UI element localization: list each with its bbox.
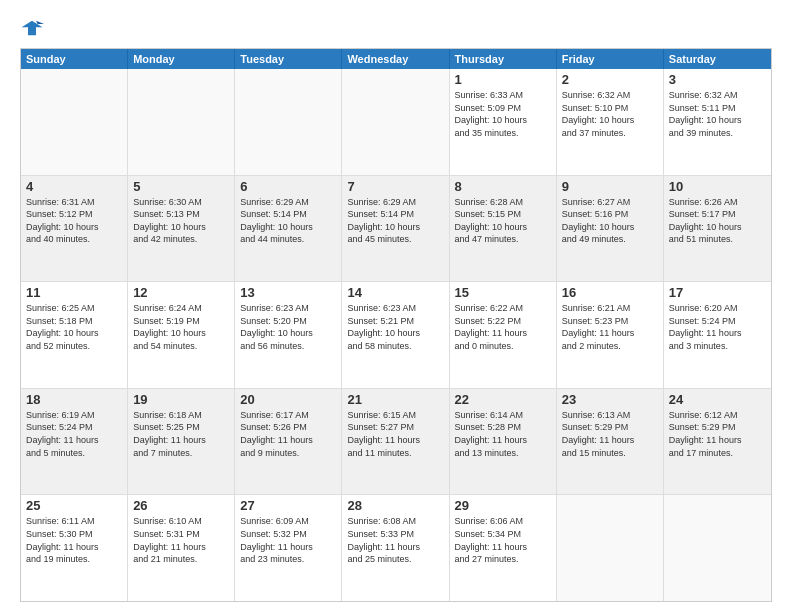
calendar-cell bbox=[342, 69, 449, 175]
calendar-cell: 21Sunrise: 6:15 AM Sunset: 5:27 PM Dayli… bbox=[342, 389, 449, 495]
day-number: 25 bbox=[26, 498, 122, 513]
calendar-row-1: 1Sunrise: 6:33 AM Sunset: 5:09 PM Daylig… bbox=[21, 69, 771, 176]
day-info: Sunrise: 6:13 AM Sunset: 5:29 PM Dayligh… bbox=[562, 409, 658, 459]
calendar-row-4: 18Sunrise: 6:19 AM Sunset: 5:24 PM Dayli… bbox=[21, 389, 771, 496]
day-info: Sunrise: 6:15 AM Sunset: 5:27 PM Dayligh… bbox=[347, 409, 443, 459]
day-info: Sunrise: 6:31 AM Sunset: 5:12 PM Dayligh… bbox=[26, 196, 122, 246]
day-info: Sunrise: 6:23 AM Sunset: 5:20 PM Dayligh… bbox=[240, 302, 336, 352]
calendar-cell bbox=[128, 69, 235, 175]
day-info: Sunrise: 6:23 AM Sunset: 5:21 PM Dayligh… bbox=[347, 302, 443, 352]
day-info: Sunrise: 6:24 AM Sunset: 5:19 PM Dayligh… bbox=[133, 302, 229, 352]
calendar-cell: 15Sunrise: 6:22 AM Sunset: 5:22 PM Dayli… bbox=[450, 282, 557, 388]
calendar-cell bbox=[557, 495, 664, 601]
logo bbox=[20, 16, 48, 40]
day-number: 13 bbox=[240, 285, 336, 300]
calendar-cell: 25Sunrise: 6:11 AM Sunset: 5:30 PM Dayli… bbox=[21, 495, 128, 601]
calendar-row-2: 4Sunrise: 6:31 AM Sunset: 5:12 PM Daylig… bbox=[21, 176, 771, 283]
logo-icon bbox=[20, 16, 44, 40]
calendar-cell: 4Sunrise: 6:31 AM Sunset: 5:12 PM Daylig… bbox=[21, 176, 128, 282]
calendar-cell: 29Sunrise: 6:06 AM Sunset: 5:34 PM Dayli… bbox=[450, 495, 557, 601]
day-header-thursday: Thursday bbox=[450, 49, 557, 69]
calendar-row-5: 25Sunrise: 6:11 AM Sunset: 5:30 PM Dayli… bbox=[21, 495, 771, 601]
calendar-cell: 19Sunrise: 6:18 AM Sunset: 5:25 PM Dayli… bbox=[128, 389, 235, 495]
calendar-cell: 18Sunrise: 6:19 AM Sunset: 5:24 PM Dayli… bbox=[21, 389, 128, 495]
calendar-cell: 6Sunrise: 6:29 AM Sunset: 5:14 PM Daylig… bbox=[235, 176, 342, 282]
calendar-cell: 28Sunrise: 6:08 AM Sunset: 5:33 PM Dayli… bbox=[342, 495, 449, 601]
calendar-body: 1Sunrise: 6:33 AM Sunset: 5:09 PM Daylig… bbox=[21, 69, 771, 601]
day-info: Sunrise: 6:33 AM Sunset: 5:09 PM Dayligh… bbox=[455, 89, 551, 139]
day-info: Sunrise: 6:20 AM Sunset: 5:24 PM Dayligh… bbox=[669, 302, 766, 352]
day-header-saturday: Saturday bbox=[664, 49, 771, 69]
day-info: Sunrise: 6:19 AM Sunset: 5:24 PM Dayligh… bbox=[26, 409, 122, 459]
day-number: 24 bbox=[669, 392, 766, 407]
page: SundayMondayTuesdayWednesdayThursdayFrid… bbox=[0, 0, 792, 612]
day-header-wednesday: Wednesday bbox=[342, 49, 449, 69]
calendar-cell: 12Sunrise: 6:24 AM Sunset: 5:19 PM Dayli… bbox=[128, 282, 235, 388]
day-number: 17 bbox=[669, 285, 766, 300]
day-info: Sunrise: 6:11 AM Sunset: 5:30 PM Dayligh… bbox=[26, 515, 122, 565]
day-number: 22 bbox=[455, 392, 551, 407]
day-info: Sunrise: 6:08 AM Sunset: 5:33 PM Dayligh… bbox=[347, 515, 443, 565]
day-number: 19 bbox=[133, 392, 229, 407]
calendar-cell: 7Sunrise: 6:29 AM Sunset: 5:14 PM Daylig… bbox=[342, 176, 449, 282]
calendar: SundayMondayTuesdayWednesdayThursdayFrid… bbox=[20, 48, 772, 602]
calendar-cell: 3Sunrise: 6:32 AM Sunset: 5:11 PM Daylig… bbox=[664, 69, 771, 175]
day-number: 14 bbox=[347, 285, 443, 300]
day-info: Sunrise: 6:14 AM Sunset: 5:28 PM Dayligh… bbox=[455, 409, 551, 459]
day-number: 28 bbox=[347, 498, 443, 513]
day-info: Sunrise: 6:28 AM Sunset: 5:15 PM Dayligh… bbox=[455, 196, 551, 246]
day-info: Sunrise: 6:26 AM Sunset: 5:17 PM Dayligh… bbox=[669, 196, 766, 246]
day-info: Sunrise: 6:29 AM Sunset: 5:14 PM Dayligh… bbox=[240, 196, 336, 246]
day-number: 11 bbox=[26, 285, 122, 300]
day-number: 1 bbox=[455, 72, 551, 87]
day-number: 12 bbox=[133, 285, 229, 300]
day-info: Sunrise: 6:29 AM Sunset: 5:14 PM Dayligh… bbox=[347, 196, 443, 246]
calendar-cell: 17Sunrise: 6:20 AM Sunset: 5:24 PM Dayli… bbox=[664, 282, 771, 388]
day-number: 18 bbox=[26, 392, 122, 407]
calendar-cell: 24Sunrise: 6:12 AM Sunset: 5:29 PM Dayli… bbox=[664, 389, 771, 495]
calendar-cell: 23Sunrise: 6:13 AM Sunset: 5:29 PM Dayli… bbox=[557, 389, 664, 495]
day-info: Sunrise: 6:09 AM Sunset: 5:32 PM Dayligh… bbox=[240, 515, 336, 565]
calendar-cell bbox=[235, 69, 342, 175]
calendar-cell: 1Sunrise: 6:33 AM Sunset: 5:09 PM Daylig… bbox=[450, 69, 557, 175]
calendar-cell: 22Sunrise: 6:14 AM Sunset: 5:28 PM Dayli… bbox=[450, 389, 557, 495]
calendar-cell: 8Sunrise: 6:28 AM Sunset: 5:15 PM Daylig… bbox=[450, 176, 557, 282]
day-number: 6 bbox=[240, 179, 336, 194]
calendar-cell bbox=[664, 495, 771, 601]
day-number: 3 bbox=[669, 72, 766, 87]
day-info: Sunrise: 6:17 AM Sunset: 5:26 PM Dayligh… bbox=[240, 409, 336, 459]
calendar-cell: 13Sunrise: 6:23 AM Sunset: 5:20 PM Dayli… bbox=[235, 282, 342, 388]
day-info: Sunrise: 6:25 AM Sunset: 5:18 PM Dayligh… bbox=[26, 302, 122, 352]
calendar-cell: 10Sunrise: 6:26 AM Sunset: 5:17 PM Dayli… bbox=[664, 176, 771, 282]
calendar-cell: 5Sunrise: 6:30 AM Sunset: 5:13 PM Daylig… bbox=[128, 176, 235, 282]
calendar-cell: 11Sunrise: 6:25 AM Sunset: 5:18 PM Dayli… bbox=[21, 282, 128, 388]
calendar-row-3: 11Sunrise: 6:25 AM Sunset: 5:18 PM Dayli… bbox=[21, 282, 771, 389]
day-number: 27 bbox=[240, 498, 336, 513]
calendar-cell: 2Sunrise: 6:32 AM Sunset: 5:10 PM Daylig… bbox=[557, 69, 664, 175]
day-info: Sunrise: 6:12 AM Sunset: 5:29 PM Dayligh… bbox=[669, 409, 766, 459]
day-header-tuesday: Tuesday bbox=[235, 49, 342, 69]
day-number: 10 bbox=[669, 179, 766, 194]
day-info: Sunrise: 6:32 AM Sunset: 5:11 PM Dayligh… bbox=[669, 89, 766, 139]
day-info: Sunrise: 6:30 AM Sunset: 5:13 PM Dayligh… bbox=[133, 196, 229, 246]
day-number: 4 bbox=[26, 179, 122, 194]
day-header-sunday: Sunday bbox=[21, 49, 128, 69]
svg-marker-1 bbox=[36, 21, 44, 24]
day-info: Sunrise: 6:22 AM Sunset: 5:22 PM Dayligh… bbox=[455, 302, 551, 352]
day-number: 16 bbox=[562, 285, 658, 300]
day-info: Sunrise: 6:06 AM Sunset: 5:34 PM Dayligh… bbox=[455, 515, 551, 565]
day-number: 5 bbox=[133, 179, 229, 194]
day-info: Sunrise: 6:10 AM Sunset: 5:31 PM Dayligh… bbox=[133, 515, 229, 565]
calendar-cell: 26Sunrise: 6:10 AM Sunset: 5:31 PM Dayli… bbox=[128, 495, 235, 601]
day-number: 15 bbox=[455, 285, 551, 300]
calendar-cell: 20Sunrise: 6:17 AM Sunset: 5:26 PM Dayli… bbox=[235, 389, 342, 495]
day-info: Sunrise: 6:32 AM Sunset: 5:10 PM Dayligh… bbox=[562, 89, 658, 139]
calendar-cell: 14Sunrise: 6:23 AM Sunset: 5:21 PM Dayli… bbox=[342, 282, 449, 388]
day-info: Sunrise: 6:18 AM Sunset: 5:25 PM Dayligh… bbox=[133, 409, 229, 459]
day-number: 20 bbox=[240, 392, 336, 407]
header bbox=[20, 16, 772, 40]
calendar-cell: 16Sunrise: 6:21 AM Sunset: 5:23 PM Dayli… bbox=[557, 282, 664, 388]
calendar-cell bbox=[21, 69, 128, 175]
day-number: 8 bbox=[455, 179, 551, 194]
day-header-friday: Friday bbox=[557, 49, 664, 69]
